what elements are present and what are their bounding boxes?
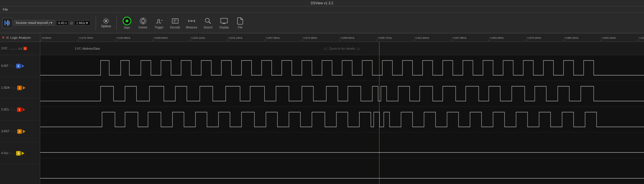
- menu-bar: File: [0, 6, 644, 13]
- trigger-icon: [155, 17, 163, 25]
- channel-row-4: 4-Vcc ⌐‾_⌐_ 4: [0, 142, 40, 164]
- analyzer-label: Logic Analyzer: [10, 36, 31, 39]
- time-mark-9: +1305.72ms: [377, 36, 414, 41]
- ch1-arrow: [23, 86, 26, 90]
- title-bar: DSView v1.3.2: [0, 0, 644, 6]
- waveform-channel-3: [40, 132, 644, 158]
- waveform-channel-4: [40, 158, 644, 184]
- time-mark-14: +1386.32ms: [564, 36, 601, 41]
- waveform-channel-2: [40, 107, 644, 133]
- decode-icon: [171, 17, 179, 25]
- time-mark-7: +1273.48ms: [302, 36, 340, 41]
- options-button[interactable]: Options: [99, 17, 113, 29]
- ch0-arrow: [22, 64, 24, 68]
- touch-button[interactable]: Касание левый верхний у▼: [14, 20, 55, 26]
- decoder-ch-nums: 1,2: [18, 47, 22, 50]
- waveform-svg-3: [40, 132, 644, 158]
- svg-point-4: [105, 20, 107, 22]
- decode-label: Decode: [170, 26, 180, 29]
- time-mark-3: +1209.00ms: [153, 36, 190, 41]
- file-button[interactable]: File: [233, 16, 248, 30]
- waveform-svg-2: [40, 107, 644, 132]
- time-mark-16: +141…: [638, 36, 644, 41]
- ch2-arrow: [22, 108, 25, 111]
- decoder-dots: ............: [9, 47, 18, 50]
- time-mark-0: +0.64ms: [41, 36, 78, 41]
- svg-point-6: [141, 19, 145, 23]
- file-icon: [236, 17, 244, 25]
- ch4-badge: 4: [16, 151, 21, 156]
- time-mark-13: +1370.20ms: [526, 36, 564, 41]
- time-mark-8: +1289.60ms: [340, 36, 377, 41]
- separator-2: [116, 16, 117, 30]
- cursor-line-0: [379, 55, 379, 81]
- file-label: File: [238, 26, 242, 29]
- start-button[interactable]: Start: [119, 16, 134, 30]
- time-mark-10: +1321.84ms: [414, 36, 452, 41]
- logo-icon: [2, 18, 13, 28]
- decoder-zoom-hint: ◁ Zoom in for details ▷: [324, 46, 360, 51]
- timeline-marks: +0.64ms +1176.76ms +1192.88ms +1209.00ms…: [40, 36, 644, 41]
- start-label: Start: [124, 26, 130, 29]
- search-button[interactable]: Search: [200, 16, 215, 30]
- svg-rect-20: [221, 18, 227, 23]
- ch4-wave: ⌐‾_⌐_: [9, 152, 16, 154]
- measure-button[interactable]: Measure: [184, 16, 200, 30]
- measure-label: Measure: [186, 26, 197, 29]
- options-icon: [103, 18, 109, 24]
- start-circle-icon: [123, 17, 131, 25]
- toolbar: Касание левый верхний у▼ 4.40 s @ 1 MHz▼…: [0, 13, 644, 33]
- decoder-bar: 1:I²C: Address/Data ◁ Zoom in for detail…: [40, 42, 644, 55]
- menu-file[interactable]: File: [2, 7, 9, 12]
- ch4-label: 4-Vcc: [1, 152, 9, 155]
- svg-rect-0: [5, 21, 5, 25]
- ch3-badge: 3: [17, 129, 22, 134]
- svg-rect-2: [7, 20, 8, 26]
- time-mark-6: +1257.36ms: [265, 36, 302, 41]
- separator-1: [96, 16, 96, 30]
- svg-rect-1: [6, 22, 7, 24]
- waveform-channel-0: [40, 55, 644, 81]
- decoder-label-bar: 1:I²C: Address/Data: [75, 47, 100, 50]
- timeline: +0.64ms +1176.76ms +1192.88ms +1209.00ms…: [40, 33, 644, 42]
- decode-button[interactable]: Decode: [168, 16, 183, 30]
- app-title: DSView v1.3.2: [311, 1, 333, 5]
- dsview-logo: [4, 20, 11, 26]
- instant-icon: [139, 17, 147, 25]
- time-value[interactable]: 4.40 s: [58, 21, 67, 25]
- trigger-label: Trigger: [155, 26, 163, 29]
- ch3-arrow: [23, 130, 26, 133]
- ch3-label: 3-RST: [1, 130, 9, 133]
- start-dot: [126, 20, 128, 22]
- svg-rect-3: [9, 21, 10, 25]
- trigger-button[interactable]: Trigger: [152, 16, 167, 30]
- cursor-line-decoder: [379, 42, 379, 55]
- search-icon: [204, 17, 212, 25]
- right-panel: +0.64ms +1176.76ms +1192.88ms +1209.00ms…: [40, 33, 644, 184]
- ch3-wave: ⌐‾_⌐_: [10, 130, 16, 133]
- time-mark-12: +1354.08ms: [489, 36, 526, 41]
- cursor-line-1: [379, 81, 379, 106]
- time-mark-2: +1192.88ms: [115, 36, 153, 41]
- ch2-wave: ⌐‾_⌐_: [10, 108, 16, 111]
- decoder-row: 1:I²C ............ 1,2 D: [0, 42, 40, 55]
- zoom-right-arrow: ▷: [357, 46, 360, 51]
- ch4-arrow: [22, 152, 24, 155]
- close-icon[interactable]: ✕: [2, 36, 5, 40]
- svg-point-18: [205, 18, 209, 22]
- options-label: Options: [101, 25, 111, 28]
- display-label: Display: [219, 26, 229, 29]
- ch0-wave: ⌐‾_⌐_: [9, 65, 15, 67]
- instant-label: Instant: [139, 26, 147, 29]
- display-button[interactable]: Display: [217, 16, 232, 30]
- waveform-icon: ≋: [6, 35, 9, 40]
- ch2-badge: 2: [17, 107, 22, 112]
- instant-button[interactable]: Instant: [136, 16, 151, 30]
- freq-value[interactable]: 1 MHz▼: [76, 21, 88, 25]
- ch1-wave: ⌐‾_⌐_: [10, 86, 16, 89]
- decoder-d-badge: D: [23, 47, 27, 50]
- cursor-line-2: [379, 107, 379, 132]
- analyzer-header: ✕ ≋ Logic Analyzer: [0, 33, 40, 42]
- waveform-channel-1: [40, 81, 644, 107]
- channel-row-3: 3-RST ⌐‾_⌐_ 3: [0, 121, 40, 142]
